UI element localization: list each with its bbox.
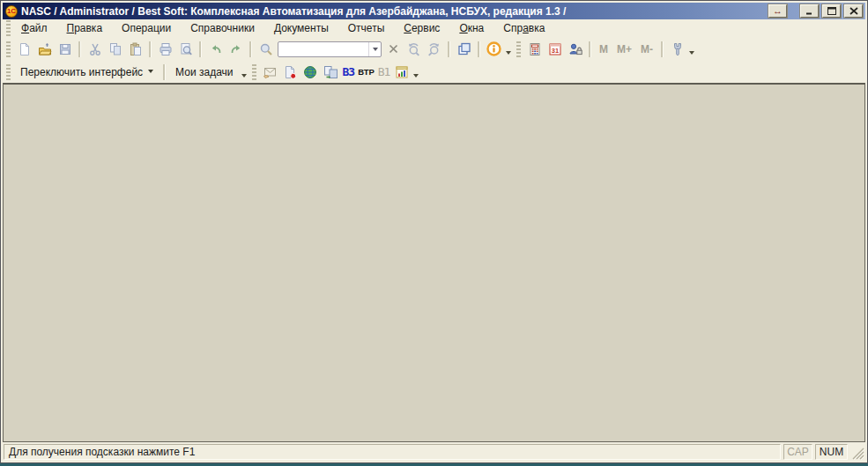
- new-document-icon: [18, 42, 32, 56]
- application-window: 1С NASC / Administrator / Best Soft: Ком…: [0, 0, 868, 463]
- print-icon: [159, 42, 173, 56]
- caps-lock-indicator: CAP: [783, 444, 812, 460]
- toolbar-overflow-icon[interactable]: [413, 74, 419, 80]
- toolbar-separator: [661, 41, 664, 57]
- find-previous-icon: [406, 42, 421, 56]
- find-previous-button[interactable]: [404, 40, 424, 59]
- vtr-icon: ВТР: [358, 67, 375, 77]
- menu-label-part: равка: [74, 22, 102, 34]
- calendar-button[interactable]: 31: [545, 40, 565, 59]
- menu-windows[interactable]: Окна: [452, 20, 491, 36]
- quick-search-input[interactable]: [278, 43, 368, 55]
- menu-label-part: Ф: [21, 22, 29, 34]
- status-bar: Для получения подсказки нажмите F1 CAP N…: [3, 442, 865, 461]
- toolbar-separator: [589, 41, 591, 57]
- cut-button[interactable]: [85, 40, 105, 59]
- document-alert-button[interactable]: [280, 63, 300, 82]
- close-icon: [849, 7, 858, 15]
- menu-file[interactable]: Файл: [14, 20, 55, 36]
- maximize-icon: [827, 7, 836, 15]
- close-button[interactable]: [844, 4, 863, 18]
- toolbar-separator: [249, 41, 252, 57]
- menu-label-part: окументы: [281, 22, 329, 34]
- v1-icon: В1: [378, 65, 390, 78]
- print-preview-icon: [179, 42, 193, 56]
- menu-edit[interactable]: Правка: [60, 20, 110, 36]
- toolbar-drag-handle[interactable]: [252, 64, 256, 80]
- my-tasks-button[interactable]: Мои задачи: [169, 63, 239, 81]
- document-alert-icon: [283, 65, 297, 79]
- menu-label-part: а: [523, 22, 529, 34]
- open-button[interactable]: [34, 40, 55, 59]
- windows-list-button[interactable]: [454, 40, 474, 59]
- info-dropdown-icon[interactable]: [506, 51, 511, 57]
- toolbar-drag-handle[interactable]: [516, 41, 521, 57]
- new-document-button[interactable]: [14, 40, 34, 59]
- menu-bar: Файл Правка Операции Справочники Докумен…: [3, 19, 865, 37]
- vz-report-button[interactable]: ВЗ: [341, 63, 357, 82]
- v1-report-button[interactable]: В1: [376, 63, 392, 82]
- calculator-icon: [528, 42, 542, 56]
- tools-button[interactable]: [667, 40, 687, 59]
- find-next-icon: [427, 42, 441, 56]
- toolbar-drag-handle[interactable]: [6, 41, 11, 57]
- undo-icon: [209, 42, 223, 56]
- menu-help[interactable]: Справка: [496, 20, 552, 36]
- resize-grip[interactable]: [850, 444, 864, 460]
- combo-dropdown-button[interactable]: [368, 42, 381, 56]
- copy-button[interactable]: [105, 40, 125, 59]
- find-next-button[interactable]: [424, 40, 444, 59]
- paste-button[interactable]: [125, 40, 145, 59]
- resize-window-button[interactable]: ↔: [768, 4, 787, 18]
- globe-button[interactable]: [300, 63, 321, 82]
- minimize-icon: [805, 7, 814, 15]
- user-lock-icon: [568, 42, 582, 56]
- user-lock-button[interactable]: [565, 40, 585, 59]
- chevron-down-icon: [373, 48, 378, 54]
- memory-subtract-button[interactable]: M-: [636, 40, 657, 59]
- redo-icon: [229, 42, 243, 56]
- undo-button[interactable]: [205, 40, 226, 59]
- minimize-button[interactable]: [800, 4, 819, 18]
- globe-icon: [303, 65, 317, 79]
- mail-button[interactable]: [260, 63, 280, 82]
- vtr-report-button[interactable]: ВТР: [356, 63, 376, 82]
- menu-label-part: айл: [29, 22, 47, 34]
- paste-icon: [129, 42, 143, 56]
- menu-catalogs[interactable]: Справочники: [183, 20, 262, 36]
- menu-label-part: Операции: [122, 22, 171, 34]
- menu-label-part: П: [67, 22, 75, 34]
- maximize-button[interactable]: [822, 4, 841, 18]
- switch-interface-label: Переключить интерфейс: [20, 66, 143, 78]
- print-preview-button[interactable]: [175, 40, 196, 59]
- redo-button[interactable]: [226, 40, 246, 59]
- menu-label-part: О: [459, 22, 467, 34]
- toolbar-drag-handle[interactable]: [6, 64, 11, 80]
- menu-documents[interactable]: Документы: [267, 20, 336, 36]
- menu-label-part: вка: [529, 22, 545, 34]
- exchange-button[interactable]: [321, 63, 341, 82]
- chart-button[interactable]: [391, 63, 412, 82]
- mail-icon: [263, 65, 278, 79]
- menu-label-part: Д: [274, 22, 281, 34]
- exchange-icon: [323, 65, 338, 79]
- my-tasks-overflow-icon[interactable]: [241, 74, 247, 80]
- search-button[interactable]: [256, 40, 276, 59]
- num-lock-indicator: NUM: [815, 444, 848, 460]
- memory-recall-button[interactable]: M: [595, 40, 612, 59]
- clear-search-button[interactable]: [383, 40, 404, 59]
- menu-reports[interactable]: Отчеты: [341, 20, 391, 36]
- toolbar-separator: [78, 41, 81, 57]
- main-toolbar: 31 M M+ M-: [3, 37, 865, 61]
- info-button[interactable]: [484, 40, 504, 59]
- save-button[interactable]: [55, 40, 75, 59]
- menu-service[interactable]: Сервис: [397, 20, 447, 36]
- calculator-button[interactable]: [524, 40, 545, 59]
- menu-operations[interactable]: Операции: [115, 20, 178, 36]
- menu-drag-handle[interactable]: [6, 20, 11, 36]
- tools-dropdown-icon[interactable]: [689, 51, 694, 57]
- memory-add-button[interactable]: M+: [612, 40, 636, 59]
- print-button[interactable]: [155, 40, 175, 59]
- toolbar-separator: [149, 41, 152, 57]
- switch-interface-button[interactable]: Переключить интерфейс: [14, 63, 160, 81]
